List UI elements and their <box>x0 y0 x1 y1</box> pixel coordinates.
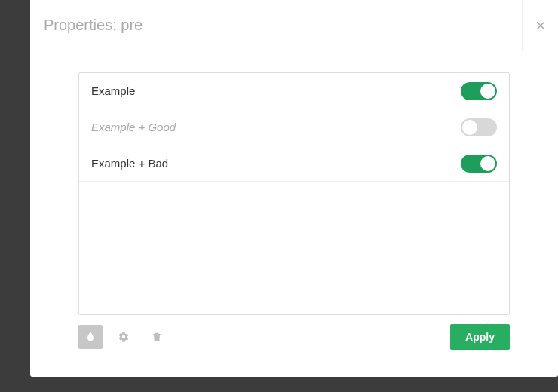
trash-icon <box>151 331 163 343</box>
toggle-knob <box>462 120 477 135</box>
toggle-switch[interactable] <box>461 155 497 173</box>
list-item-label: Example <box>91 84 135 97</box>
apply-button[interactable]: Apply <box>450 324 510 350</box>
toggle-switch[interactable] <box>461 82 497 100</box>
modal-body: Example Example + Good Example + Bad <box>30 51 558 315</box>
modal-title: Properties: pre <box>30 17 143 34</box>
list-item-label: Example + Good <box>91 121 176 133</box>
gear-icon <box>118 331 130 343</box>
list-item-label: Example + Bad <box>91 157 168 170</box>
toggle-knob <box>480 156 495 171</box>
list-item: Example + Good <box>79 109 509 145</box>
toggle-switch[interactable] <box>461 118 497 136</box>
drop-icon <box>84 331 97 343</box>
close-icon <box>534 19 547 32</box>
delete-button[interactable] <box>145 325 169 349</box>
modal-footer: Apply <box>30 315 558 350</box>
settings-button[interactable] <box>112 325 136 349</box>
properties-list: Example Example + Good Example + Bad <box>78 72 510 315</box>
properties-modal: Properties: pre Example Example + Good E… <box>30 0 558 377</box>
modal-header: Properties: pre <box>30 0 558 51</box>
toggle-knob <box>480 84 495 99</box>
close-button[interactable] <box>522 0 558 51</box>
list-item: Example <box>79 73 509 109</box>
drop-button[interactable] <box>78 325 103 349</box>
footer-toolbar <box>78 325 169 349</box>
list-item: Example + Bad <box>79 145 509 182</box>
